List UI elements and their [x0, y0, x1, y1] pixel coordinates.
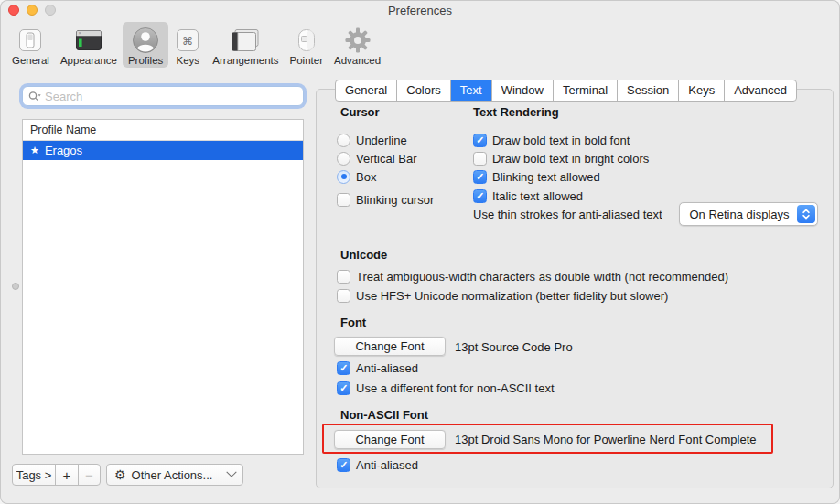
toolbar-item-appearance[interactable]: × Appearance: [55, 22, 123, 68]
person-icon: [131, 25, 160, 55]
checkbox-icon[interactable]: [473, 134, 487, 147]
toolbar-item-keys[interactable]: ⌘ Keys: [168, 22, 207, 68]
checkbox-label: Treat ambiguous-width characters as doub…: [356, 270, 728, 284]
checkbox-label: Draw bold text in bold font: [492, 134, 630, 147]
checkbox-icon[interactable]: [473, 189, 487, 203]
search-icon: [28, 91, 42, 102]
checkbox-hfs-normalization[interactable]: Use HFS+ Unicode normalization (better f…: [337, 288, 668, 303]
tags-button[interactable]: Tags >: [12, 464, 56, 486]
gear-icon: ⚙: [114, 467, 126, 482]
radio-vertical-bar[interactable]: Vertical Bar: [337, 151, 416, 166]
checkbox-icon[interactable]: [337, 193, 350, 207]
tab-colors[interactable]: Colors: [396, 80, 450, 101]
toolbar-item-profiles[interactable]: Profiles: [123, 22, 168, 68]
font-value: 13pt Source Code Pro: [455, 340, 573, 354]
svg-text:×: ×: [78, 30, 81, 36]
toolbar-label: Keys: [177, 55, 200, 66]
font-section-title: Font: [340, 316, 366, 329]
search-input[interactable]: [45, 90, 297, 103]
checkbox-antialiased[interactable]: Anti-aliased: [337, 360, 418, 375]
checkbox-blinking-text[interactable]: Blinking text allowed: [473, 169, 600, 184]
profile-name: Eragos: [45, 144, 82, 157]
checkbox-different-nonascii-font[interactable]: Use a different font for non-ASCII text: [337, 381, 555, 395]
checkbox-label: Blinking text allowed: [492, 170, 600, 184]
toolbar-label: Advanced: [334, 55, 381, 66]
checkbox-icon[interactable]: [337, 361, 350, 375]
checkbox-blinking-cursor[interactable]: Blinking cursor: [337, 192, 434, 207]
unicode-section-title: Unicode: [340, 248, 387, 262]
checkbox-icon[interactable]: [473, 170, 487, 184]
tab-general[interactable]: General: [336, 80, 396, 101]
radio-label: Box: [356, 170, 376, 184]
toolbar-item-arrangements[interactable]: Arrangements: [207, 22, 284, 68]
checkbox-icon[interactable]: [337, 270, 350, 284]
checkbox-icon[interactable]: [337, 381, 350, 395]
change-nonascii-font-button[interactable]: Change Font: [334, 430, 446, 449]
tab-text[interactable]: Text: [450, 80, 491, 101]
checkbox-label: Use HFS+ Unicode normalization (better f…: [356, 289, 668, 303]
profile-row-eragos[interactable]: ★ Eragos: [23, 141, 303, 160]
thin-strokes-select[interactable]: On Retina displays: [679, 202, 818, 226]
thin-strokes-label: Use thin strokes for anti-aliased text: [473, 208, 662, 221]
gear-icon: [344, 25, 372, 55]
preferences-toolbar: General × Appearance: [0, 20, 840, 70]
radio-icon[interactable]: [337, 152, 350, 166]
profile-list: Profile Name ★ Eragos: [22, 119, 304, 455]
change-font-button[interactable]: Change Font: [334, 337, 446, 356]
toolbar-label: Appearance: [60, 55, 117, 66]
checkbox-nonascii-antialiased[interactable]: Anti-aliased: [337, 457, 418, 472]
tab-keys[interactable]: Keys: [678, 80, 724, 101]
checkbox-icon[interactable]: [473, 152, 487, 166]
other-actions-label: Other Actions...: [132, 468, 213, 482]
cursor-section-title: Cursor: [340, 105, 380, 119]
command-icon: ⌘: [174, 25, 201, 55]
split-handle[interactable]: [12, 283, 19, 290]
checkbox-icon[interactable]: [337, 458, 350, 472]
profile-list-footer: Tags > + − ⚙ Other Actions...: [12, 464, 243, 486]
checkbox-label: Blinking cursor: [356, 193, 434, 207]
toolbar-label: Arrangements: [212, 55, 278, 66]
tab-terminal[interactable]: Terminal: [553, 80, 617, 101]
title-bar[interactable]: Preferences: [0, 0, 840, 20]
tab-session[interactable]: Session: [617, 80, 678, 101]
checkbox-italic-text[interactable]: Italic text allowed: [473, 188, 583, 203]
mouse-icon: [295, 25, 318, 55]
profile-list-header: Profile Name: [23, 120, 303, 141]
nonascii-font-value: 13pt Droid Sans Mono for Powerline Nerd …: [455, 433, 757, 446]
radio-box[interactable]: Box: [337, 169, 376, 184]
toolbar-label: Pointer: [290, 55, 323, 66]
tab-window[interactable]: Window: [491, 80, 553, 101]
non-ascii-section-title: Non-ASCII Font: [340, 408, 428, 422]
checkbox-label: Draw bold text in bright colors: [492, 152, 649, 166]
toolbar-item-general[interactable]: General: [6, 22, 55, 68]
checkbox-label: Anti-aliased: [356, 361, 418, 375]
window-icon: ×: [74, 25, 103, 55]
toolbar-label: Profiles: [128, 55, 163, 66]
toolbar-item-advanced[interactable]: Advanced: [328, 22, 386, 68]
radio-icon[interactable]: [337, 170, 350, 184]
switch-icon: [16, 25, 44, 55]
panes-icon: [229, 25, 262, 55]
toolbar-label: General: [12, 55, 49, 66]
preferences-window: Preferences General × A: [0, 0, 840, 504]
radio-underline[interactable]: Underline: [337, 133, 407, 147]
add-profile-button[interactable]: +: [55, 464, 79, 486]
checkbox-bold-font[interactable]: Draw bold text in bold font: [473, 133, 630, 147]
checkbox-icon[interactable]: [337, 289, 350, 303]
other-actions-button[interactable]: ⚙ Other Actions...: [106, 464, 243, 486]
window-title: Preferences: [0, 0, 840, 21]
chevron-down-icon: [226, 467, 236, 477]
select-value: On Retina displays: [680, 208, 797, 221]
radio-label: Underline: [356, 134, 407, 147]
checkbox-bright-colors[interactable]: Draw bold text in bright colors: [473, 151, 649, 166]
radio-icon[interactable]: [337, 134, 350, 147]
radio-label: Vertical Bar: [356, 152, 416, 166]
profile-tabs: General Colors Text Window Terminal Sess…: [335, 80, 797, 102]
text-rendering-section-title: Text Rendering: [473, 105, 559, 119]
toolbar-item-pointer[interactable]: Pointer: [285, 22, 328, 68]
star-icon: ★: [30, 141, 39, 160]
profile-search-field[interactable]: [22, 86, 304, 106]
tab-advanced[interactable]: Advanced: [724, 80, 796, 101]
checkbox-label: Anti-aliased: [356, 458, 418, 472]
checkbox-ambiguous-width[interactable]: Treat ambiguous-width characters as doub…: [337, 269, 728, 284]
